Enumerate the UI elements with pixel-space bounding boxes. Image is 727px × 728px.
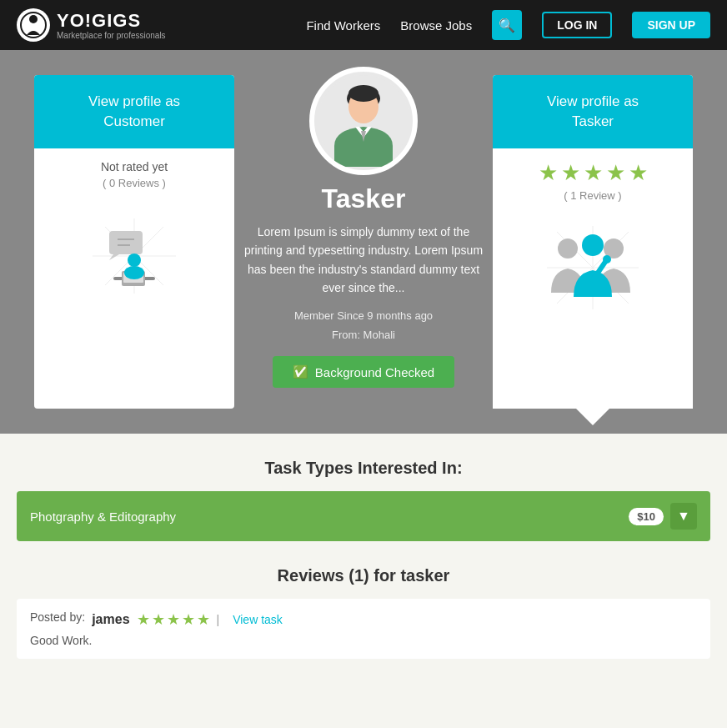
svg-point-1 [29,15,38,23]
checkmark-icon: ✅ [293,364,308,379]
customer-reviews-count: ( 0 Reviews ) [103,177,166,189]
svg-point-18 [124,266,144,279]
hero-section: View profile asCustomer Not rated yet ( … [0,50,727,434]
from-text: From: Mohali [332,329,395,341]
background-checked-label: Background Checked [315,365,434,379]
review-comment: Good Work. [30,634,697,647]
review-star-3: ★ [167,610,180,629]
logo-icon [17,8,50,42]
view-as-customer-button[interactable]: View profile asCustomer [34,75,234,148]
signup-button[interactable]: SIGN UP [632,12,710,38]
reviews-title: Reviews (1) for tasker [17,566,710,585]
review-star-4: ★ [182,610,195,629]
customer-profile-card: View profile asCustomer Not rated yet ( … [34,75,234,409]
review-star-2: ★ [152,610,165,629]
logo-text-area: YO!GIGS Marketplace for professionals [57,10,166,40]
svg-point-22 [348,85,379,102]
svg-marker-13 [109,254,119,260]
review-separator: | [217,613,220,626]
member-since-text: Member Since 9 months ago [294,309,433,322]
tasker-reviews-count: ( 1 Review ) [564,189,621,202]
star-3: ★ [584,160,603,186]
background-checked-button[interactable]: ✅ Background Checked [273,356,454,388]
avatar-circle [309,67,418,175]
svg-point-14 [128,254,141,267]
review-stars: ★ ★ ★ ★ ★ [137,610,210,629]
tasker-group-icon [539,222,647,314]
review-star-5: ★ [197,610,210,629]
logo-area: YO!GIGS Marketplace for professionals [17,8,166,42]
task-type-label: Photgraphy & Editography [30,510,176,524]
star-2: ★ [561,160,580,186]
review-header: Posted by: james ★ ★ ★ ★ ★ | View task [30,610,697,629]
tasker-stars-row: ★ ★ ★ ★ ★ [539,160,648,186]
tasker-profile-card: View profile asTasker ★ ★ ★ ★ ★ ( 1 Revi… [493,75,693,409]
svg-point-31 [558,238,578,259]
review-item: Posted by: james ★ ★ ★ ★ ★ | View task G… [17,599,710,659]
star-1: ★ [539,160,558,186]
task-type-bar: Photgraphy & Editography $10 ▼ [17,491,710,541]
chevron-down-icon: ▼ [677,509,690,524]
customer-desk-icon [84,214,184,298]
member-info: Member Since 9 months ago From: Mohali [294,306,433,345]
view-task-link[interactable]: View task [233,613,283,626]
tasker-avatar [318,75,409,167]
login-button[interactable]: LOG IN [542,12,612,38]
tasker-name: Tasker [322,183,406,214]
star-4: ★ [606,160,625,186]
review-star-1: ★ [137,610,150,629]
review-posted-by-label: Posted by: [30,610,85,624]
tasker-description: Lorem Ipsum is simply dummy text of the … [243,223,484,298]
navbar: YO!GIGS Marketplace for professionals Fi… [0,0,727,50]
review-poster-name: james [92,612,129,627]
search-button[interactable]: 🔍 [492,10,522,40]
tasker-icon-area [539,222,647,314]
view-as-tasker-button[interactable]: View profile asTasker [493,75,693,148]
task-type-expand-button[interactable]: ▼ [670,503,697,530]
svg-point-35 [603,255,611,264]
find-workers-link[interactable]: Find Workers [306,18,380,33]
svg-rect-10 [109,231,143,254]
customer-rating-text: Not rated yet [101,160,168,173]
browse-jobs-link[interactable]: Browse Jobs [400,18,472,33]
logo-text: YO!GIGS [57,10,141,31]
logo-sub: Marketplace for professionals [57,32,166,40]
svg-point-33 [582,234,604,256]
star-5: ★ [629,160,648,186]
customer-icon-area [84,214,184,298]
task-type-right: $10 ▼ [629,503,697,530]
nav-links: Find Workers Browse Jobs 🔍 LOG IN SIGN U… [306,10,710,40]
task-price-badge: $10 [629,508,664,525]
main-content: Task Types Interested In: Photgraphy & E… [0,434,727,684]
search-icon: 🔍 [499,18,515,33]
center-profile-section: Tasker Lorem Ipsum is simply dummy text … [234,67,493,388]
task-types-title: Task Types Interested In: [17,459,710,478]
